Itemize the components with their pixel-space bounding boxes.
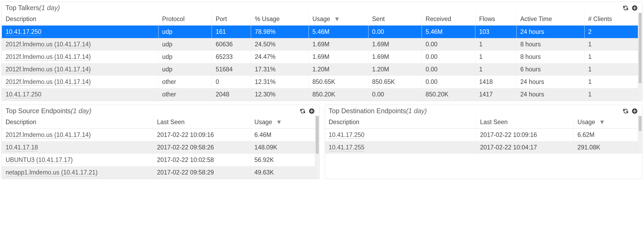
description-link[interactable]: 2012f.lmdemo.us (10.41.17.14) <box>6 78 91 86</box>
refresh-icon[interactable] <box>622 4 629 12</box>
cell-clients: 1 <box>584 38 638 51</box>
cell-port: 60636 <box>212 38 251 51</box>
col-description[interactable]: Description <box>2 13 158 26</box>
add-icon[interactable] <box>631 4 638 12</box>
description-link[interactable]: 10.41.17.250 <box>329 131 364 139</box>
col-last-seen[interactable]: Last Seen <box>153 116 251 129</box>
cell-lastSeen: 2017-02-22 10:02:58 <box>153 154 251 166</box>
cell-port: 2048 <box>212 88 251 101</box>
col-flows[interactable]: Flows <box>475 13 516 26</box>
cell-lastSeen: 2017-02-22 10:04:17 <box>476 141 574 154</box>
col-usage[interactable]: Usage ▼ <box>309 13 368 26</box>
table-row[interactable]: 2012f.lmdemo.us (10.41.17.14)other012.31… <box>2 76 638 88</box>
panel-title-main: Top Talkers <box>6 4 39 11</box>
description-link[interactable]: UBUNTU3 (10.41.17.17) <box>6 156 73 164</box>
add-icon[interactable] <box>308 107 315 115</box>
cell-usage: 1.69M <box>309 38 368 51</box>
add-icon[interactable] <box>631 107 638 115</box>
col-pct-usage[interactable]: % Usage <box>251 13 309 26</box>
refresh-icon[interactable] <box>622 107 629 115</box>
scrollbar-thumb[interactable] <box>639 116 642 131</box>
cell-usage: 1.69M <box>309 51 368 63</box>
cell-protocol: other <box>158 76 212 88</box>
table-row[interactable]: UBUNTU3 (10.41.17.17)2017-02-22 10:02:58… <box>2 154 315 166</box>
description-link[interactable]: netapp1.lmdemo.us (10.41.17.21) <box>6 169 98 176</box>
scrollbar[interactable] <box>315 116 319 179</box>
cell-received: 0.00 <box>422 76 475 88</box>
col-protocol[interactable]: Protocol <box>158 13 212 26</box>
cell-description: 10.41.17.250 <box>325 129 476 141</box>
description-link[interactable]: 2012f.lmdemo.us (10.41.17.14) <box>6 41 91 48</box>
top-talkers-table: Description Protocol Port % Usage Usage … <box>2 13 638 101</box>
description-link[interactable]: 2012f.lmdemo.us (10.41.17.14) <box>6 53 91 61</box>
table-row[interactable]: 10.41.17.250other204812.30%850.20K0.0085… <box>2 88 638 101</box>
cell-flows: 1417 <box>475 88 516 101</box>
cell-protocol: udp <box>158 26 212 38</box>
description-link[interactable]: 10.41.17.18 <box>6 144 38 151</box>
cell-sent: 0.00 <box>368 88 422 101</box>
cell-lastSeen: 2017-02-22 10:09:16 <box>153 129 251 141</box>
col-usage[interactable]: Usage ▼ <box>250 116 315 129</box>
description-link[interactable]: 10.41.17.250 <box>6 28 41 36</box>
cell-description: 10.41.17.255 <box>325 141 476 154</box>
cell-description: 2012f.lmdemo.us (10.41.17.14) <box>2 38 158 51</box>
col-usage-label: Usage <box>577 119 595 125</box>
cell-port: 65233 <box>212 51 251 63</box>
col-sent[interactable]: Sent <box>368 13 422 26</box>
scrollbar[interactable] <box>638 116 642 154</box>
table-row[interactable]: 10.41.17.182017-02-22 09:58:26148.09K <box>2 141 315 154</box>
cell-usage: 6.62M <box>574 129 638 141</box>
scrollbar-thumb[interactable] <box>639 13 642 83</box>
col-clients[interactable]: # Clients <box>584 13 638 26</box>
table-header-row: Description Protocol Port % Usage Usage … <box>2 13 638 26</box>
refresh-icon[interactable] <box>299 107 306 115</box>
col-description[interactable]: Description <box>2 116 153 129</box>
scrollbar-thumb[interactable] <box>316 116 319 154</box>
table-row[interactable]: 2012f.lmdemo.us (10.41.17.14)udp5168417.… <box>2 63 638 76</box>
col-port[interactable]: Port <box>212 13 251 26</box>
table-row[interactable]: 10.41.17.2502017-02-22 10:09:166.62M <box>325 129 638 141</box>
col-description[interactable]: Description <box>325 116 476 129</box>
cell-received: 0.00 <box>422 51 475 63</box>
top-destination-table: Description Last Seen Usage ▼ 10.41.17.2… <box>325 116 638 154</box>
panel-title-text: Top Source Endpoints(1 day) <box>6 107 91 115</box>
cell-flows: 1 <box>475 38 516 51</box>
panel-title-text: Top Talkers(1 day) <box>6 4 60 12</box>
cell-usage: 850.65K <box>309 76 368 88</box>
cell-sent: 850.65K <box>368 76 422 88</box>
cell-received: 5.46M <box>422 26 475 38</box>
cell-description: 2012f.lmdemo.us (10.41.17.14) <box>2 63 158 76</box>
col-active-time[interactable]: Active Time <box>516 13 584 26</box>
cell-activeTime: 24 hours <box>516 76 584 88</box>
cell-activeTime: 24 hours <box>516 88 584 101</box>
cell-sent: 1.69M <box>368 51 422 63</box>
cell-protocol: udp <box>158 63 212 76</box>
table-row[interactable]: 2012f.lmdemo.us (10.41.17.14)udp6063624.… <box>2 38 638 51</box>
cell-pctUsage: 12.30% <box>251 88 309 101</box>
table-row[interactable]: netapp1.lmdemo.us (10.41.17.21)2017-02-2… <box>2 166 315 179</box>
cell-description: 2012f.lmdemo.us (10.41.17.14) <box>2 76 158 88</box>
col-received[interactable]: Received <box>422 13 475 26</box>
col-usage[interactable]: Usage ▼ <box>574 116 638 129</box>
cell-port: 51684 <box>212 63 251 76</box>
cell-pctUsage: 78.98% <box>251 26 309 38</box>
panel-title-range: (1 day) <box>71 107 92 115</box>
panel-title-main: Top Destination Endpoints <box>329 107 406 115</box>
col-usage-label: Usage <box>313 15 330 22</box>
col-last-seen[interactable]: Last Seen <box>476 116 574 129</box>
cell-flows: 103 <box>475 26 516 38</box>
scrollbar[interactable] <box>638 13 642 101</box>
description-link[interactable]: 10.41.17.255 <box>329 144 364 151</box>
table-row[interactable]: 10.41.17.2552017-02-22 10:04:17291.08K <box>325 141 638 154</box>
description-link[interactable]: 2012f.lmdemo.us (10.41.17.14) <box>6 66 91 73</box>
description-link[interactable]: 10.41.17.250 <box>6 91 41 98</box>
table-row[interactable]: 10.41.17.250udp16178.98%5.46M0.005.46M10… <box>2 26 638 38</box>
cell-received: 0.00 <box>422 38 475 51</box>
cell-protocol: udp <box>158 51 212 63</box>
cell-clients: 1 <box>584 76 638 88</box>
cell-usage: 291.08K <box>574 141 638 154</box>
top-destination-panel: Top Destination Endpoints(1 day) <box>325 105 643 179</box>
table-row[interactable]: 2012f.lmdemo.us (10.41.17.14)2017-02-22 … <box>2 129 315 141</box>
description-link[interactable]: 2012f.lmdemo.us (10.41.17.14) <box>6 131 91 139</box>
table-row[interactable]: 2012f.lmdemo.us (10.41.17.14)udp6523324.… <box>2 51 638 63</box>
